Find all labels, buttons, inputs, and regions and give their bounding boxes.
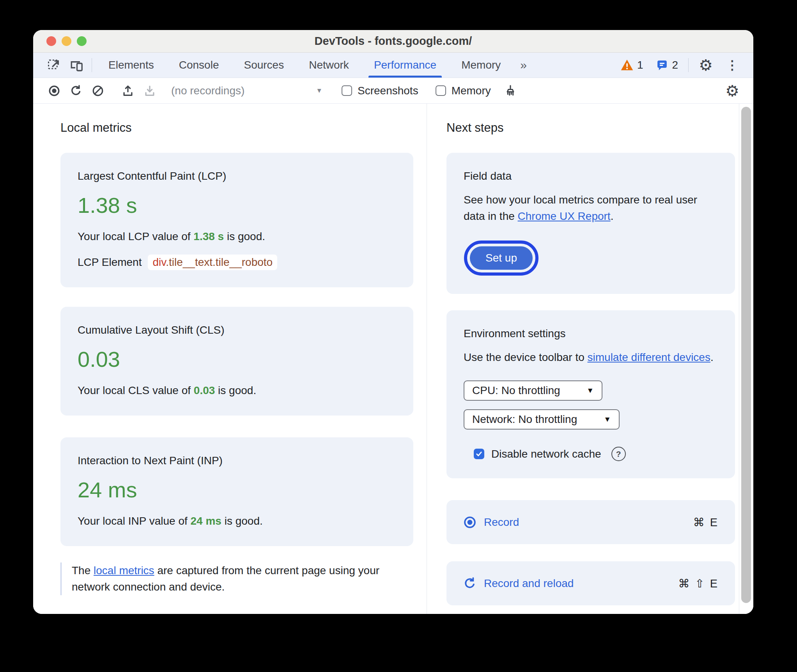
- local-metrics-heading: Local metrics: [60, 121, 413, 135]
- memory-label: Memory: [452, 85, 491, 97]
- dropdown-arrow-icon: ▼: [586, 386, 594, 395]
- inp-desc-value: 24 ms: [191, 515, 221, 527]
- tab-network[interactable]: Network: [306, 53, 352, 78]
- window-title: DevTools - fonts.google.com/: [315, 35, 472, 48]
- devtools-window: DevTools - fonts.google.com/ Elements Co…: [33, 30, 753, 614]
- performance-toolbar: (no recordings) ▼ Screenshots Memory ⚙: [33, 78, 753, 104]
- note-prefix: The: [72, 564, 94, 577]
- lcp-element-row: LCP Element div.tile__text.tile__roboto: [78, 255, 396, 270]
- help-icon[interactable]: ?: [611, 447, 626, 461]
- cls-desc-suffix: is good.: [215, 384, 256, 396]
- next-steps-panel: Next steps Field data See how your local…: [427, 104, 739, 614]
- cls-value: 0.03: [78, 347, 396, 372]
- divider: [92, 58, 92, 72]
- tab-performance[interactable]: Performance: [371, 53, 439, 78]
- recordings-dropdown-value: (no recordings): [171, 85, 244, 97]
- load-profile-icon[interactable]: [117, 81, 139, 100]
- record-shortcut: ⌘ E: [693, 516, 719, 529]
- spacer: [535, 53, 615, 78]
- message-bubble-icon: [656, 59, 668, 71]
- inp-description: Your local INP value of 24 ms is good.: [78, 513, 396, 529]
- record-action[interactable]: Record ⌘ E: [446, 500, 735, 544]
- more-options-icon[interactable]: ⋮: [726, 53, 739, 78]
- record-button[interactable]: [43, 81, 65, 100]
- cpu-throttling-select[interactable]: CPU: No throttling ▼: [464, 380, 602, 401]
- warnings-badge[interactable]: 1: [621, 53, 643, 78]
- record-and-reload-action[interactable]: Record and reload ⌘ ⇧ E: [446, 561, 735, 605]
- clear-button[interactable]: [87, 81, 109, 100]
- record-icon: [463, 515, 477, 529]
- minimize-window-button[interactable]: [62, 36, 71, 46]
- network-throttling-select[interactable]: Network: No throttling ▼: [464, 409, 620, 430]
- env-body-prefix: Use the device toolbar to: [464, 351, 588, 363]
- disable-network-cache-row: Disable network cache ?: [464, 447, 718, 461]
- tab-elements[interactable]: Elements: [105, 53, 157, 78]
- lcp-element-link[interactable]: div.tile__text.tile__roboto: [148, 255, 277, 270]
- close-window-button[interactable]: [46, 36, 56, 46]
- tab-console[interactable]: Console: [176, 53, 222, 78]
- scrollbar-thumb[interactable]: [741, 107, 751, 603]
- lcp-element-classes: .tile__text.tile__roboto: [166, 256, 273, 268]
- warning-triangle-icon: [621, 59, 633, 71]
- inp-desc-prefix: Your local INP value of: [78, 515, 191, 527]
- scrollbar-track[interactable]: [739, 104, 753, 614]
- save-profile-icon: [139, 81, 161, 100]
- device-toolbar-icon[interactable]: [65, 53, 88, 78]
- lcp-desc-prefix: Your local LCP value of: [78, 230, 193, 242]
- cpu-throttling-value: CPU: No throttling: [472, 384, 560, 397]
- tab-sources[interactable]: Sources: [241, 53, 287, 78]
- network-throttling-value: Network: No throttling: [472, 413, 577, 426]
- environment-settings-card: Environment settings Use the device tool…: [446, 310, 735, 478]
- checkmark-icon: [475, 450, 483, 458]
- throttling-selects: CPU: No throttling ▼ Network: No throttl…: [464, 380, 718, 430]
- lcp-desc-suffix: is good.: [224, 230, 265, 242]
- crux-report-link[interactable]: Chrome UX Report: [518, 210, 611, 222]
- field-data-body-suffix: .: [611, 210, 614, 222]
- cls-desc-value: 0.03: [194, 384, 215, 396]
- environment-settings-body: Use the device toolbar to simulate diffe…: [464, 349, 718, 366]
- record-and-reload-label: Record and reload: [484, 577, 574, 590]
- field-data-body: See how your local metrics compare to re…: [464, 192, 718, 225]
- record-and-reload-button[interactable]: [65, 81, 87, 100]
- titlebar: DevTools - fonts.google.com/: [33, 30, 753, 53]
- inp-value: 24 ms: [78, 477, 396, 502]
- checkbox-unchecked-icon: [436, 85, 446, 96]
- capture-settings-gear-icon[interactable]: ⚙: [725, 82, 739, 100]
- settings-gear-icon[interactable]: ⚙: [699, 53, 713, 78]
- inp-desc-suffix: is good.: [221, 515, 263, 527]
- panel-content: Local metrics Largest Contentful Paint (…: [33, 104, 753, 614]
- inspect-element-icon[interactable]: [43, 53, 65, 78]
- disable-network-cache-checkbox[interactable]: [474, 449, 484, 459]
- cls-description: Your local CLS value of 0.03 is good.: [78, 383, 396, 398]
- simulate-devices-link[interactable]: simulate different devices: [588, 351, 710, 363]
- checkbox-unchecked-icon: [342, 85, 352, 96]
- set-up-button[interactable]: Set up: [470, 246, 533, 270]
- tab-memory[interactable]: Memory: [458, 53, 504, 78]
- issues-count: 2: [672, 59, 678, 71]
- screenshots-label: Screenshots: [358, 85, 418, 97]
- lcp-element-label: LCP Element: [78, 256, 142, 269]
- next-steps-heading: Next steps: [446, 121, 739, 135]
- cls-desc-prefix: Your local CLS value of: [78, 384, 194, 396]
- more-tabs-icon[interactable]: »: [520, 53, 528, 78]
- warning-count: 1: [637, 59, 643, 71]
- env-body-suffix: .: [710, 351, 714, 363]
- local-metrics-link[interactable]: local metrics: [94, 564, 154, 577]
- issues-badge[interactable]: 2: [656, 53, 678, 78]
- fullscreen-window-button[interactable]: [77, 36, 87, 46]
- setup-button-wrap: Set up: [464, 241, 718, 272]
- lcp-element-tag: div: [152, 256, 166, 268]
- traffic-lights: [46, 30, 87, 52]
- lcp-description: Your local LCP value of 1.38 s is good.: [78, 229, 396, 244]
- recordings-dropdown[interactable]: (no recordings) ▼: [171, 85, 322, 97]
- lcp-card: Largest Contentful Paint (LCP) 1.38 s Yo…: [60, 153, 413, 287]
- collect-garbage-icon[interactable]: [499, 81, 521, 100]
- local-metrics-panel: Local metrics Largest Contentful Paint (…: [33, 104, 427, 614]
- cls-card-title: Cumulative Layout Shift (CLS): [78, 324, 396, 336]
- devtools-tabbar: Elements Console Sources Network Perform…: [33, 53, 753, 78]
- memory-checkbox[interactable]: Memory: [436, 85, 491, 97]
- record-and-reload-shortcut: ⌘ ⇧ E: [678, 577, 719, 590]
- environment-settings-title: Environment settings: [464, 327, 718, 340]
- reload-icon: [463, 577, 477, 591]
- screenshots-checkbox[interactable]: Screenshots: [342, 85, 418, 97]
